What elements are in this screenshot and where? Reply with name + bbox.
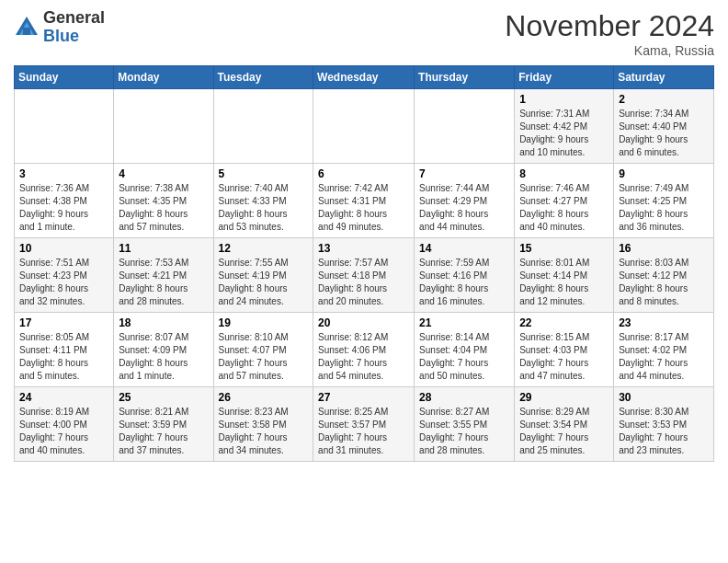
day-number: 30	[619, 391, 709, 404]
svg-rect-2	[23, 28, 30, 35]
day-cell: 1Sunrise: 7:31 AM Sunset: 4:42 PM Daylig…	[515, 89, 614, 164]
day-cell: 4Sunrise: 7:38 AM Sunset: 4:35 PM Daylig…	[114, 164, 213, 238]
logo-general-text: General	[43, 8, 105, 27]
day-info: Sunrise: 7:38 AM Sunset: 4:35 PM Dayligh…	[119, 182, 208, 234]
day-info: Sunrise: 7:55 AM Sunset: 4:19 PM Dayligh…	[219, 257, 309, 308]
day-cell: 27Sunrise: 8:25 AM Sunset: 3:57 PM Dayli…	[313, 387, 415, 462]
day-number: 14	[419, 242, 509, 255]
day-info: Sunrise: 7:59 AM Sunset: 4:16 PM Dayligh…	[419, 257, 509, 308]
day-number: 20	[318, 316, 409, 329]
week-row-2: 3Sunrise: 7:36 AM Sunset: 4:38 PM Daylig…	[15, 164, 714, 238]
day-cell	[313, 89, 415, 164]
col-header-wednesday: Wednesday	[313, 66, 415, 89]
day-number: 16	[619, 242, 709, 255]
day-number: 3	[19, 167, 108, 180]
day-info: Sunrise: 7:51 AM Sunset: 4:23 PM Dayligh…	[19, 257, 108, 308]
day-cell: 15Sunrise: 8:01 AM Sunset: 4:14 PM Dayli…	[515, 238, 614, 313]
day-cell: 17Sunrise: 8:05 AM Sunset: 4:11 PM Dayli…	[15, 313, 114, 387]
day-number: 22	[519, 316, 609, 329]
day-number: 17	[19, 316, 108, 329]
day-number: 6	[318, 167, 409, 180]
day-number: 26	[219, 391, 309, 404]
day-info: Sunrise: 8:27 AM Sunset: 3:55 PM Dayligh…	[419, 406, 509, 457]
day-info: Sunrise: 8:25 AM Sunset: 3:57 PM Dayligh…	[318, 406, 409, 457]
day-info: Sunrise: 8:30 AM Sunset: 3:53 PM Dayligh…	[619, 406, 709, 457]
day-number: 1	[519, 93, 609, 106]
day-info: Sunrise: 7:49 AM Sunset: 4:25 PM Dayligh…	[619, 182, 709, 234]
col-header-friday: Friday	[515, 66, 614, 89]
day-cell: 12Sunrise: 7:55 AM Sunset: 4:19 PM Dayli…	[213, 238, 313, 313]
day-info: Sunrise: 7:40 AM Sunset: 4:33 PM Dayligh…	[219, 182, 309, 234]
day-info: Sunrise: 7:36 AM Sunset: 4:38 PM Dayligh…	[19, 182, 108, 234]
day-number: 7	[419, 167, 509, 180]
day-number: 19	[219, 316, 309, 329]
col-header-saturday: Saturday	[614, 66, 714, 89]
day-number: 28	[419, 391, 509, 404]
day-info: Sunrise: 8:05 AM Sunset: 4:11 PM Dayligh…	[19, 331, 108, 383]
day-cell: 8Sunrise: 7:46 AM Sunset: 4:27 PM Daylig…	[515, 164, 614, 238]
col-header-tuesday: Tuesday	[213, 66, 313, 89]
day-info: Sunrise: 8:23 AM Sunset: 3:58 PM Dayligh…	[219, 406, 309, 457]
day-cell: 29Sunrise: 8:29 AM Sunset: 3:54 PM Dayli…	[515, 387, 614, 462]
logo-blue-text: Blue	[43, 27, 79, 45]
day-info: Sunrise: 7:34 AM Sunset: 4:40 PM Dayligh…	[619, 108, 709, 159]
day-cell: 5Sunrise: 7:40 AM Sunset: 4:33 PM Daylig…	[213, 164, 313, 238]
day-cell: 11Sunrise: 7:53 AM Sunset: 4:21 PM Dayli…	[114, 238, 213, 313]
day-cell: 20Sunrise: 8:12 AM Sunset: 4:06 PM Dayli…	[313, 313, 415, 387]
day-cell: 10Sunrise: 7:51 AM Sunset: 4:23 PM Dayli…	[15, 238, 114, 313]
day-info: Sunrise: 8:29 AM Sunset: 3:54 PM Dayligh…	[519, 406, 609, 457]
day-cell: 6Sunrise: 7:42 AM Sunset: 4:31 PM Daylig…	[313, 164, 415, 238]
day-number: 10	[19, 242, 108, 255]
calendar-header-row: SundayMondayTuesdayWednesdayThursdayFrid…	[15, 66, 714, 89]
day-info: Sunrise: 7:57 AM Sunset: 4:18 PM Dayligh…	[318, 257, 409, 308]
day-cell: 7Sunrise: 7:44 AM Sunset: 4:29 PM Daylig…	[415, 164, 515, 238]
day-info: Sunrise: 8:21 AM Sunset: 3:59 PM Dayligh…	[119, 406, 208, 457]
day-info: Sunrise: 8:10 AM Sunset: 4:07 PM Dayligh…	[219, 331, 309, 383]
day-cell: 9Sunrise: 7:49 AM Sunset: 4:25 PM Daylig…	[614, 164, 714, 238]
month-title: November 2024	[505, 9, 714, 43]
day-cell: 18Sunrise: 8:07 AM Sunset: 4:09 PM Dayli…	[114, 313, 213, 387]
week-row-5: 24Sunrise: 8:19 AM Sunset: 4:00 PM Dayli…	[15, 387, 714, 462]
header: General Blue November 2024 Kama, Russia	[14, 9, 714, 58]
day-info: Sunrise: 7:44 AM Sunset: 4:29 PM Dayligh…	[419, 182, 509, 234]
day-number: 27	[318, 391, 409, 404]
day-cell	[415, 89, 515, 164]
day-number: 29	[519, 391, 609, 404]
day-cell: 2Sunrise: 7:34 AM Sunset: 4:40 PM Daylig…	[614, 89, 714, 164]
page: General Blue November 2024 Kama, Russia …	[0, 0, 728, 563]
day-cell: 13Sunrise: 7:57 AM Sunset: 4:18 PM Dayli…	[313, 238, 415, 313]
day-cell: 24Sunrise: 8:19 AM Sunset: 4:00 PM Dayli…	[15, 387, 114, 462]
day-info: Sunrise: 7:53 AM Sunset: 4:21 PM Dayligh…	[119, 257, 208, 308]
day-cell: 25Sunrise: 8:21 AM Sunset: 3:59 PM Dayli…	[114, 387, 213, 462]
day-info: Sunrise: 8:17 AM Sunset: 4:02 PM Dayligh…	[619, 331, 709, 383]
week-row-3: 10Sunrise: 7:51 AM Sunset: 4:23 PM Dayli…	[15, 238, 714, 313]
week-row-1: 1Sunrise: 7:31 AM Sunset: 4:42 PM Daylig…	[15, 89, 714, 164]
day-number: 25	[119, 391, 208, 404]
day-info: Sunrise: 8:03 AM Sunset: 4:12 PM Dayligh…	[619, 257, 709, 308]
week-row-4: 17Sunrise: 8:05 AM Sunset: 4:11 PM Dayli…	[15, 313, 714, 387]
calendar: SundayMondayTuesdayWednesdayThursdayFrid…	[14, 65, 714, 462]
logo-icon	[14, 15, 40, 40]
day-number: 5	[219, 167, 309, 180]
day-cell	[15, 89, 114, 164]
day-number: 8	[519, 167, 609, 180]
day-cell: 16Sunrise: 8:03 AM Sunset: 4:12 PM Dayli…	[614, 238, 714, 313]
day-number: 24	[19, 391, 108, 404]
location: Kama, Russia	[505, 43, 714, 58]
day-cell: 30Sunrise: 8:30 AM Sunset: 3:53 PM Dayli…	[614, 387, 714, 462]
day-number: 2	[619, 93, 709, 106]
day-cell: 26Sunrise: 8:23 AM Sunset: 3:58 PM Dayli…	[213, 387, 313, 462]
col-header-thursday: Thursday	[415, 66, 515, 89]
day-number: 21	[419, 316, 509, 329]
day-cell: 3Sunrise: 7:36 AM Sunset: 4:38 PM Daylig…	[15, 164, 114, 238]
day-number: 23	[619, 316, 709, 329]
day-info: Sunrise: 7:42 AM Sunset: 4:31 PM Dayligh…	[318, 182, 409, 234]
day-cell: 14Sunrise: 7:59 AM Sunset: 4:16 PM Dayli…	[415, 238, 515, 313]
logo: General Blue	[14, 9, 105, 46]
day-cell	[213, 89, 313, 164]
day-info: Sunrise: 8:14 AM Sunset: 4:04 PM Dayligh…	[419, 331, 509, 383]
day-number: 12	[219, 242, 309, 255]
day-number: 18	[119, 316, 208, 329]
day-info: Sunrise: 7:46 AM Sunset: 4:27 PM Dayligh…	[519, 182, 609, 234]
day-number: 13	[318, 242, 409, 255]
